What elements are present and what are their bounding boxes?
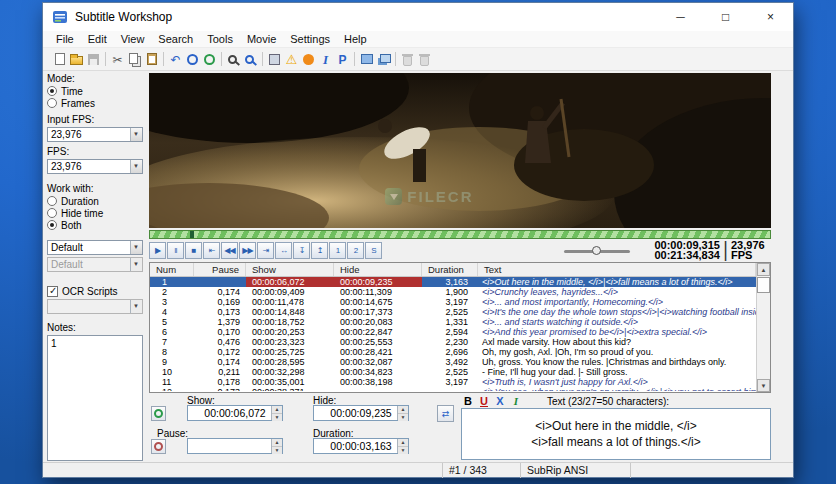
- work-hide-time-radio[interactable]: Hide time: [47, 207, 143, 219]
- show-time-field[interactable]: 00:00:06,072 ▲▼: [187, 405, 283, 421]
- subtitle-row-5[interactable]: 51,37900:00:18,75200:00:20,0831,331<i>..…: [150, 317, 756, 327]
- subtitle-row-7[interactable]: 70,47600:00:23,32300:00:25,5532,230Axl m…: [150, 337, 756, 347]
- paste-icon[interactable]: [143, 51, 160, 68]
- title-bar[interactable]: Subtitle Workshop ─ □ ×: [43, 3, 793, 31]
- forward-button[interactable]: ▶▶: [239, 242, 256, 259]
- move-subtitle-button[interactable]: ↔: [275, 242, 292, 259]
- new-file-icon[interactable]: [51, 51, 68, 68]
- ocr-scripts-checkbox[interactable]: OCR Scripts: [47, 285, 143, 297]
- work-both-radio[interactable]: Both: [47, 219, 143, 231]
- menu-file[interactable]: File: [49, 33, 81, 45]
- subtitle-row-11[interactable]: 110,17800:00:35,00100:00:38,1983,197<i>T…: [150, 377, 756, 387]
- subtitle-row-4[interactable]: 40,17300:00:14,84800:00:17,3732,525<i>It…: [150, 307, 756, 317]
- subtitle-row-8[interactable]: 80,17200:00:25,72500:00:28,4212,696Oh, m…: [150, 347, 756, 357]
- subtitle-row-10[interactable]: 100,21100:00:32,29800:00:34,8232,525- Fi…: [150, 367, 756, 377]
- column-header-hide[interactable]: Hide: [334, 263, 422, 276]
- menu-edit[interactable]: Edit: [81, 33, 114, 45]
- play-button[interactable]: ▶: [149, 242, 166, 259]
- stop-button[interactable]: ■: [185, 242, 202, 259]
- menu-search[interactable]: Search: [151, 33, 200, 45]
- volume-slider[interactable]: [564, 242, 630, 259]
- warning-icon[interactable]: [283, 51, 300, 68]
- mode-time-radio[interactable]: Time: [47, 85, 143, 97]
- mode-frames-radio[interactable]: Frames: [47, 97, 143, 109]
- pause-mode-button[interactable]: [151, 439, 166, 454]
- subtitle-row-12[interactable]: 120,17300:00:38,371<i>You see, when your…: [150, 387, 756, 391]
- pause-button[interactable]: ‖: [167, 242, 184, 259]
- column-header-num[interactable]: Num: [150, 263, 194, 276]
- mark-2-button[interactable]: 2: [347, 242, 364, 259]
- sync-button[interactable]: S: [365, 242, 382, 259]
- error-check-icon[interactable]: [266, 51, 283, 68]
- duration-field[interactable]: 00:00:03,163 ▲▼: [313, 438, 409, 454]
- scroll-down-icon[interactable]: ▼: [757, 379, 770, 392]
- notes-textarea[interactable]: 1: [47, 335, 143, 461]
- subtitle-text-input[interactable]: <i>Out here in the middle, </i> <i>fall …: [461, 408, 771, 460]
- num-cell: 5: [150, 317, 194, 327]
- trash-icon[interactable]: [416, 51, 433, 68]
- underline-button[interactable]: U: [477, 395, 491, 408]
- prev-subtitle-button[interactable]: ⇤: [203, 242, 220, 259]
- mark-1-button[interactable]: 1: [329, 242, 346, 259]
- menu-help[interactable]: Help: [337, 33, 374, 45]
- italic-style-icon[interactable]: [317, 51, 334, 68]
- fps-select[interactable]: 23,976: [47, 159, 143, 174]
- undo-icon[interactable]: [167, 51, 184, 68]
- hide-time-field[interactable]: 00:00:09,235 ▲▼: [313, 405, 409, 421]
- save-icon[interactable]: [85, 51, 102, 68]
- seek-position-marker[interactable]: [190, 231, 194, 238]
- num-cell: 11: [150, 377, 194, 387]
- pause-field[interactable]: ▲▼: [187, 438, 283, 454]
- column-header-pause[interactable]: Pause: [194, 263, 246, 276]
- table-scrollbar[interactable]: ▲ ▼: [756, 263, 770, 392]
- subtitle-row-3[interactable]: 30,16900:00:11,47800:00:14,6753,197<i>..…: [150, 297, 756, 307]
- subtitle-row-6[interactable]: 60,17000:00:20,25300:00:22,8472,594<i>An…: [150, 327, 756, 337]
- menu-settings[interactable]: Settings: [283, 33, 337, 45]
- subtitle-row-2[interactable]: 20,17400:00:09,40900:00:11,3091,900<i>Cr…: [150, 287, 756, 297]
- charset-select[interactable]: Default: [47, 240, 143, 255]
- pause-spinner[interactable]: ▲▼: [271, 439, 282, 453]
- video-mode-icon[interactable]: [358, 51, 375, 68]
- open-file-icon[interactable]: [68, 51, 85, 68]
- next-subtitle-button[interactable]: ⇥: [257, 242, 274, 259]
- set-hide-time-button[interactable]: ↥: [311, 242, 328, 259]
- seek-bar[interactable]: [149, 230, 771, 239]
- menu-movie[interactable]: Movie: [240, 33, 283, 45]
- maximize-button[interactable]: □: [703, 3, 748, 31]
- work-duration-radio[interactable]: Duration: [47, 195, 143, 207]
- copy-icon[interactable]: [126, 51, 143, 68]
- adjust-time-icon[interactable]: [201, 51, 218, 68]
- rewind-button[interactable]: ◀◀: [221, 242, 238, 259]
- subtitle-row-9[interactable]: 90,17400:00:28,59500:00:32,0873,492Uh, g…: [150, 357, 756, 367]
- ocr-script-icon[interactable]: [334, 51, 351, 68]
- set-show-time-button[interactable]: ↧: [293, 242, 310, 259]
- delete-item-icon[interactable]: [399, 51, 416, 68]
- time-mode-button[interactable]: [151, 406, 166, 421]
- subtitle-row-1[interactable]: 100:00:06,07200:00:09,2353,163<i>Out her…: [150, 277, 756, 287]
- clear-format-button[interactable]: X: [493, 395, 507, 408]
- italic-button[interactable]: I: [509, 395, 523, 408]
- column-header-duration[interactable]: Duration: [422, 263, 478, 276]
- scrollbar-thumb[interactable]: [757, 277, 770, 293]
- cut-icon[interactable]: [109, 51, 126, 68]
- spell-check-icon[interactable]: [300, 51, 317, 68]
- set-delay-icon[interactable]: [184, 51, 201, 68]
- input-fps-select[interactable]: 23,976: [47, 127, 143, 142]
- duration-spinner[interactable]: ▲▼: [397, 439, 408, 453]
- menu-tools[interactable]: Tools: [200, 33, 240, 45]
- close-button[interactable]: ×: [748, 3, 793, 31]
- scroll-up-icon[interactable]: ▲: [757, 263, 770, 276]
- hide-spinner[interactable]: ▲▼: [397, 406, 408, 420]
- text-cell: <i>Out here in the middle, </i>|<i>fall …: [478, 277, 756, 287]
- minimize-button[interactable]: ─: [658, 3, 703, 31]
- show-spinner[interactable]: ▲▼: [271, 406, 282, 420]
- volume-knob[interactable]: [592, 246, 601, 255]
- bold-button[interactable]: B: [461, 395, 475, 408]
- column-header-show[interactable]: Show: [246, 263, 334, 276]
- menu-view[interactable]: View: [114, 33, 152, 45]
- search-replace-icon[interactable]: [242, 51, 259, 68]
- swap-times-button[interactable]: ⇄: [437, 405, 454, 422]
- translator-mode-icon[interactable]: [375, 51, 392, 68]
- search-icon[interactable]: [225, 51, 242, 68]
- column-header-text[interactable]: Text: [478, 263, 756, 276]
